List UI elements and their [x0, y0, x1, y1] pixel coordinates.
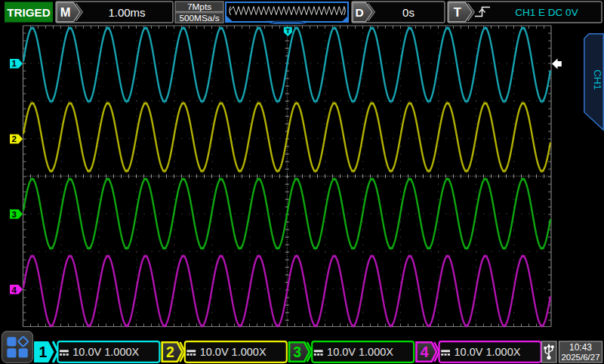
svg-text:CH1: CH1	[592, 69, 603, 90]
svg-text:2025/6/27: 2025/6/27	[561, 353, 599, 362]
svg-text:2: 2	[11, 134, 16, 143]
svg-text:10.0V 1.000X: 10.0V 1.000X	[327, 346, 393, 358]
svg-text:3: 3	[293, 344, 301, 360]
svg-text:0s: 0s	[402, 6, 414, 19]
svg-text:1.00ms: 1.00ms	[108, 6, 145, 19]
svg-text:2: 2	[166, 344, 174, 360]
svg-text:7Mpts: 7Mpts	[187, 2, 211, 12]
svg-text:10:43: 10:43	[569, 342, 592, 353]
svg-text:4: 4	[11, 285, 17, 295]
svg-text:1: 1	[11, 59, 17, 68]
svg-text:T: T	[454, 5, 461, 19]
svg-text:TRIGED: TRIGED	[7, 6, 50, 19]
svg-text:4: 4	[421, 344, 429, 360]
svg-text:10.0V 1.000X: 10.0V 1.000X	[455, 346, 521, 358]
svg-text:D: D	[356, 6, 364, 19]
svg-text:10.0V 1.000X: 10.0V 1.000X	[72, 346, 139, 358]
svg-text:CH1 E DC 0V: CH1 E DC 0V	[515, 7, 578, 18]
svg-text:1: 1	[39, 344, 48, 360]
svg-text:3: 3	[11, 210, 16, 219]
svg-text:M: M	[60, 5, 71, 19]
svg-text:10.0V 1.000X: 10.0V 1.000X	[200, 346, 267, 358]
svg-text:500MSa/s: 500MSa/s	[179, 13, 219, 23]
svg-text:T: T	[285, 26, 290, 35]
